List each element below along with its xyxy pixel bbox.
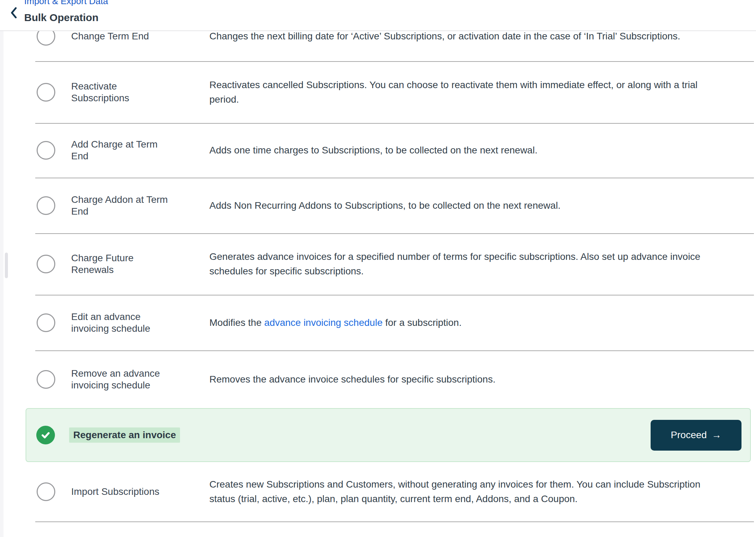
option-label: Remove an advance invoicing schedule — [71, 368, 171, 391]
row-regenerate-an-invoice-selected[interactable]: Regenerate an invoice Proceed → — [26, 408, 751, 462]
page-header: Import & Export Data Bulk Operation — [0, 0, 756, 31]
radio-charge-future-renewals[interactable] — [37, 255, 55, 273]
row-edit-advance-invoicing-schedule[interactable]: Edit an advance invoicing schedule Modif… — [37, 295, 749, 350]
proceed-button-label: Proceed — [671, 430, 707, 441]
row-reactivate-subscriptions[interactable]: Reactivate Subscriptions Reactivates can… — [37, 61, 749, 123]
option-label: Import Subscriptions — [71, 486, 171, 498]
row-remove-advance-invoicing-schedule[interactable]: Remove an advance invoicing schedule Rem… — [37, 350, 749, 408]
option-label: Reactivate Subscriptions — [71, 81, 171, 104]
option-label: Edit an advance invoicing schedule — [71, 311, 171, 334]
radio-reactivate-subscriptions[interactable] — [37, 83, 55, 102]
row-charge-addon-at-term-end[interactable]: Charge Addon at Term End Adds Non Recurr… — [37, 178, 749, 233]
radio-import-subscriptions[interactable] — [37, 482, 55, 501]
radio-remove-advance-invoicing-schedule[interactable] — [37, 370, 55, 389]
row-import-subscriptions[interactable]: Import Subscriptions Creates new Subscri… — [37, 462, 749, 521]
window-left-edge — [0, 0, 3, 537]
chevron-left-icon — [11, 7, 17, 18]
radio-add-charge-at-term-end[interactable] — [37, 141, 55, 160]
option-label: Change Term End — [71, 30, 171, 42]
description-text: for a subscription. — [382, 317, 462, 328]
back-button[interactable] — [7, 6, 21, 20]
option-description: Reactivates cancelled Subscriptions. You… — [209, 78, 717, 107]
option-description: Generates advance invoices for a specifi… — [209, 249, 717, 279]
breadcrumb[interactable]: Import & Export Data — [24, 0, 108, 6]
option-description: Changes the next billing date for ‘Activ… — [209, 29, 717, 44]
advance-invoicing-schedule-link[interactable]: advance invoicing schedule — [264, 317, 382, 328]
option-label: Charge Future Renewals — [71, 252, 171, 275]
option-description: Removes the advance invoice schedules fo… — [209, 372, 717, 387]
option-description: Adds Non Recurring Addons to Subscriptio… — [209, 198, 717, 213]
row-divider — [35, 521, 754, 522]
option-label: Charge Addon at Term End — [71, 194, 171, 217]
row-charge-future-renewals[interactable]: Charge Future Renewals Generates advance… — [37, 233, 749, 295]
proceed-button[interactable]: Proceed → — [651, 420, 741, 451]
bulk-operation-page: Change Term End Changes the next billing… — [0, 0, 756, 537]
selected-option-label: Regenerate an invoice — [69, 427, 180, 443]
option-label: Add Charge at Term End — [71, 139, 171, 162]
option-description: Adds one time charges to Subscriptions, … — [209, 143, 717, 158]
option-description: Creates new Subscriptions and Customers,… — [209, 477, 717, 506]
radio-edit-advance-invoicing-schedule[interactable] — [37, 313, 55, 332]
option-description: Modifies the advance invoicing schedule … — [209, 315, 717, 330]
radio-charge-addon-at-term-end[interactable] — [37, 196, 55, 215]
selected-check-icon — [36, 426, 55, 444]
row-add-charge-at-term-end[interactable]: Add Charge at Term End Adds one time cha… — [37, 123, 749, 178]
scrollbar-thumb[interactable] — [5, 253, 8, 278]
arrow-right-icon: → — [712, 430, 721, 441]
page-title: Bulk Operation — [24, 12, 98, 23]
description-text: Modifies the — [209, 317, 264, 328]
